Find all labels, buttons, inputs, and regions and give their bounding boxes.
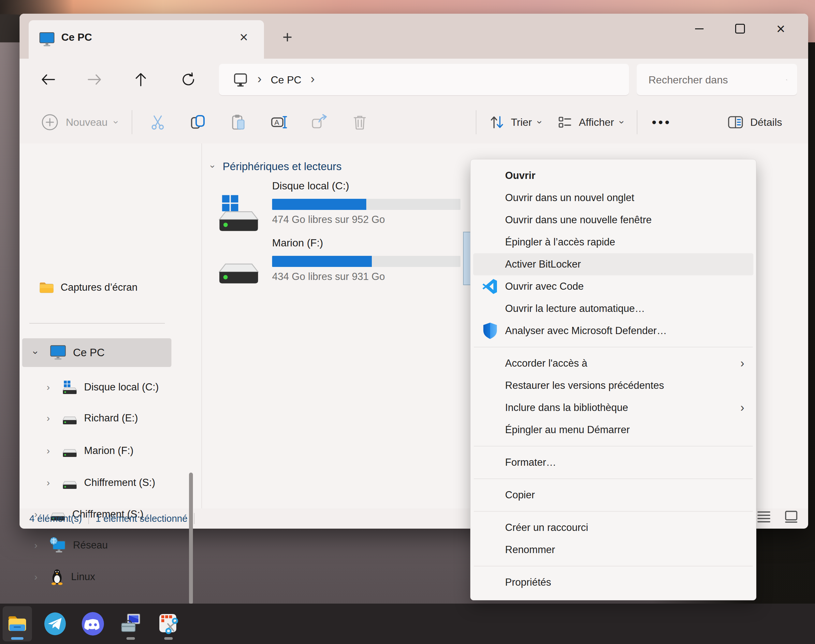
new-button[interactable]: Nouveau › [32, 107, 126, 138]
tab-close-icon[interactable]: × [234, 28, 253, 46]
close-button[interactable]: × [769, 18, 792, 39]
svg-text:A: A [274, 118, 279, 126]
menu-item-ouvrir-nouvel-onglet[interactable]: Ouvrir dans un nouvel onglet [473, 187, 754, 209]
taskbar-discord[interactable] [78, 606, 107, 641]
menu-item-epingler-demarrer[interactable]: Épingler au menu Démarrer [473, 419, 754, 441]
thumbnail-view-toggle-icon[interactable] [784, 511, 798, 523]
menu-item-ouvrir[interactable]: Ouvrir [473, 165, 754, 187]
menu-item-creer-raccourci[interactable]: Créer un raccourci [473, 517, 754, 539]
telegram-icon [43, 612, 67, 636]
menu-item-lecture-automatique[interactable]: Ouvrir la lecture automatique… [473, 297, 754, 320]
share-button[interactable] [302, 107, 336, 138]
drive-item-c[interactable]: Disque local (C:) 474 Go libres sur 952 … [202, 180, 482, 239]
titlebar[interactable]: Ce PC × + × [20, 14, 808, 59]
sidebar-item-label: Chiffrement (S:) [84, 477, 155, 489]
details-pane-button[interactable]: Détails [720, 107, 797, 138]
sidebar-item-ce-pc[interactable]: › Ce PC [29, 342, 182, 363]
sidebar-item-chiffrement-s[interactable]: › Chiffrement (S:) [42, 472, 195, 493]
menu-item-epingler-acces-rapide[interactable]: Épingler à l’accès rapide [473, 231, 754, 253]
details-view-toggle-icon[interactable] [757, 511, 771, 523]
refresh-button[interactable] [175, 66, 201, 92]
menu-item-accorder-acces[interactable]: Accorder l'accès à › [473, 352, 754, 374]
chevron-down-icon: › [535, 121, 545, 124]
cut-button[interactable] [141, 107, 175, 138]
defender-icon [481, 322, 499, 340]
active-indicator [11, 637, 23, 640]
group-header-label: Périphériques et lecteurs [222, 160, 342, 173]
selection-count: 1 élément sélectionné [95, 513, 187, 524]
tab-ce-pc[interactable]: Ce PC × [29, 20, 264, 59]
search-input[interactable] [648, 74, 786, 86]
delete-button[interactable] [343, 107, 377, 138]
taskbar-system-tools[interactable] [116, 606, 146, 641]
menu-separator [474, 566, 753, 566]
sidebar-item-marion-f[interactable]: › Marion (F:) [42, 440, 195, 461]
cut-icon [149, 113, 167, 131]
drive-windows-icon [217, 194, 261, 233]
chevron-collapsed-icon[interactable]: › [29, 571, 42, 583]
tab-title: Ce PC [61, 31, 92, 43]
chevron-collapsed-icon[interactable]: › [29, 540, 42, 551]
drive-item-f[interactable]: Marion (F:) 434 Go libres sur 931 Go [202, 237, 482, 296]
sidebar-item-captures[interactable]: Captures d’écran [39, 277, 192, 298]
group-header-devices[interactable]: › Périphériques et lecteurs [211, 160, 342, 173]
sidebar-item-label: Richard (E:) [84, 412, 138, 424]
chevron-collapsed-icon[interactable]: › [42, 412, 55, 424]
chevron-expanded-icon[interactable]: › [208, 165, 218, 168]
menu-item-proprietes[interactable]: Propriétés [473, 571, 754, 593]
menu-item-analyser-defender[interactable]: Analyser avec Microsoft Defender… [473, 320, 754, 342]
breadcrumb[interactable]: › Ce PC › [219, 64, 629, 96]
menu-item-restaurer-versions[interactable]: Restaurer les versions précédentes [473, 374, 754, 397]
sidebar-item-richard-e[interactable]: › Richard (E:) [42, 408, 195, 429]
forward-button[interactable] [81, 66, 107, 92]
more-options-button[interactable]: ••• [643, 115, 680, 130]
up-button[interactable] [128, 66, 154, 92]
drive-icon [217, 255, 261, 288]
paste-button[interactable] [222, 107, 256, 138]
status-divider [88, 513, 89, 524]
back-button[interactable] [35, 66, 61, 92]
view-button[interactable]: Afficher › [549, 107, 631, 138]
monitor-icon [233, 72, 248, 88]
search-icon[interactable] [786, 73, 787, 87]
new-tab-button[interactable]: + [277, 27, 298, 48]
vscode-icon [481, 278, 499, 296]
maximize-button[interactable] [728, 18, 752, 39]
sidebar-item-disque-c[interactable]: › Disque local (C:) [42, 377, 195, 398]
sidebar-item-reseau[interactable]: › Réseau [29, 535, 182, 556]
breadcrumb-item-ce-pc[interactable]: Ce PC [271, 74, 302, 86]
back-icon [41, 72, 56, 87]
chevron-collapsed-icon[interactable]: › [42, 382, 55, 393]
sidebar-scrollbar[interactable] [189, 472, 193, 604]
discord-icon [81, 612, 105, 636]
copy-button[interactable] [181, 107, 215, 138]
plus-circle-icon [41, 113, 59, 131]
menu-item-ouvrir-nouvelle-fenetre[interactable]: Ouvrir dans une nouvelle fenêtre [473, 209, 754, 231]
taskbar-file-explorer[interactable] [3, 606, 32, 641]
menu-item-ouvrir-avec-code[interactable]: Ouvrir avec Code [473, 275, 754, 297]
chevron-collapsed-icon[interactable]: › [42, 477, 55, 488]
menu-item-formater[interactable]: Formater… [473, 451, 754, 474]
rename-icon: A [270, 113, 288, 131]
sidebar-item-linux[interactable]: › Linux [29, 566, 182, 587]
taskbar-sharex[interactable] [154, 606, 183, 641]
rename-button[interactable]: A [262, 107, 296, 138]
drive-icon [61, 475, 78, 491]
chevron-right-icon: › [311, 72, 315, 86]
search-box[interactable] [637, 64, 797, 96]
menu-item-copier[interactable]: Copier [473, 484, 754, 506]
chevron-collapsed-icon[interactable]: › [42, 445, 55, 456]
details-pane-icon [727, 115, 744, 130]
refresh-icon [181, 72, 196, 87]
sort-button[interactable]: Trier › [482, 107, 550, 138]
drive-usage-fill [272, 256, 372, 267]
minimize-button[interactable] [688, 18, 711, 39]
menu-item-inclure-bibliotheque[interactable]: Inclure dans la bibliothèque › [473, 397, 754, 419]
menu-item-renommer[interactable]: Renommer [473, 539, 754, 561]
toolbar-divider [132, 110, 132, 134]
chevron-expanded-icon[interactable]: › [30, 346, 41, 359]
taskbar-telegram[interactable] [40, 606, 70, 641]
sidebar-item-label: Réseau [73, 540, 108, 551]
new-button-label: Nouveau [66, 117, 107, 129]
menu-item-activer-bitlocker[interactable]: Activer BitLocker [473, 253, 754, 275]
